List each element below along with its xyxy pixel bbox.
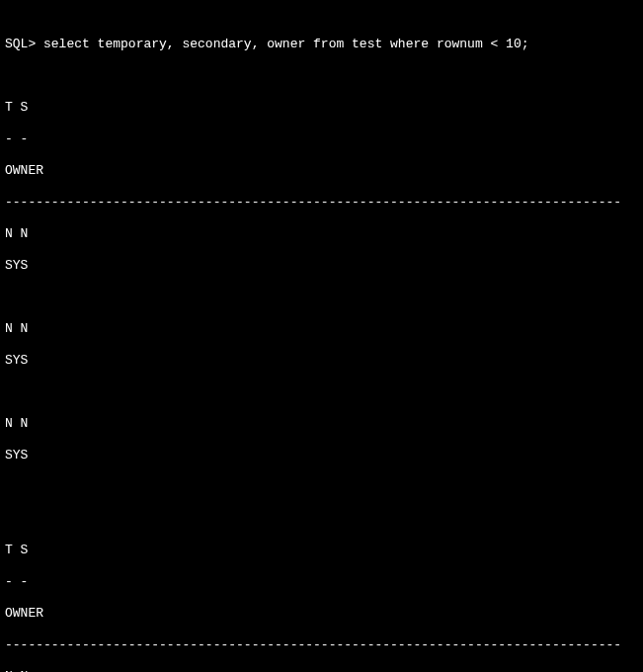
separator: ----------------------------------------… [5, 637, 638, 653]
header-cols-short: T S [5, 100, 638, 116]
header-owner: OWNER [5, 606, 638, 622]
data-owner: SYS [5, 353, 638, 369]
data-owner: SYS [5, 448, 638, 463]
blank-line [5, 511, 638, 527]
sql-prompt-line[interactable]: SQL> select temporary, secondary, owner … [5, 37, 638, 52]
sql-command: select temporary, secondary, owner from … [43, 37, 528, 51]
sql-prompt: SQL> [5, 37, 43, 51]
header-cols-dash: - - [5, 574, 638, 590]
header-owner: OWNER [5, 163, 638, 179]
data-row: N N [5, 226, 638, 242]
data-row: N N [5, 321, 638, 337]
data-row: N N [5, 416, 638, 432]
header-cols-short: T S [5, 543, 638, 558]
separator: ----------------------------------------… [5, 195, 638, 210]
blank-line [5, 384, 638, 400]
data-owner: SYS [5, 258, 638, 274]
header-cols-dash: - - [5, 131, 638, 147]
blank-line [5, 68, 638, 84]
blank-line [5, 479, 638, 495]
blank-line [5, 290, 638, 305]
